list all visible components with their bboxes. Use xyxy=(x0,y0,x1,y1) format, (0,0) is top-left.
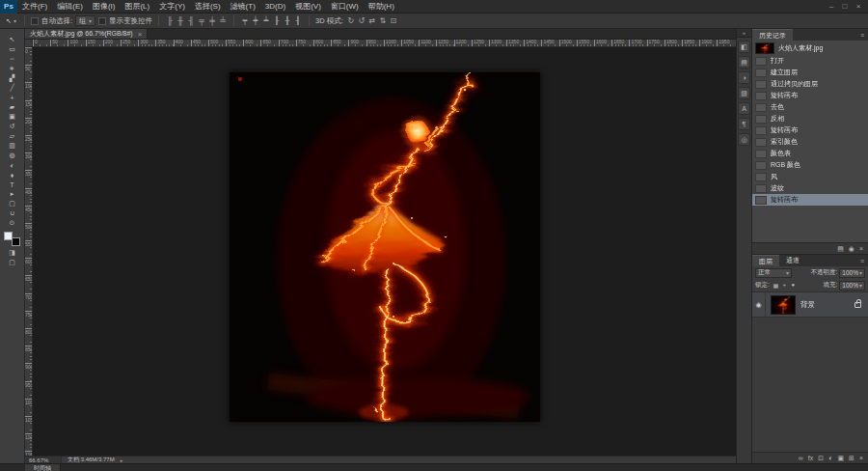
fill-field[interactable]: 100% ▾ xyxy=(839,281,865,291)
align-middle-icon[interactable]: ╪ xyxy=(207,15,217,27)
lasso-tool[interactable]: ∽ xyxy=(0,54,24,64)
align-top-icon[interactable]: ╤ xyxy=(197,15,206,27)
expand-panels-button[interactable]: « xyxy=(737,29,751,38)
menu-item[interactable]: 编辑(E) xyxy=(52,0,88,14)
new-group-icon[interactable]: ▣ xyxy=(837,453,844,464)
eyedropper-tool[interactable]: ╱ xyxy=(0,83,24,93)
history-item[interactable]: 去色 xyxy=(752,101,868,113)
menu-item[interactable]: 窗口(W) xyxy=(326,0,364,14)
history-snapshot-row[interactable]: 火焰人素材.jpg xyxy=(752,41,868,55)
pen-tool[interactable]: ♦ xyxy=(0,170,24,180)
history-item[interactable]: 颜色表 xyxy=(752,148,868,159)
distribute-middle-icon[interactable]: ┿ xyxy=(251,15,260,27)
new-doc-from-state-icon[interactable]: ▤ xyxy=(837,243,844,255)
3d-drag-icon[interactable]: ⇄ xyxy=(367,15,377,27)
show-transform-checkbox[interactable] xyxy=(98,17,106,25)
type-tool[interactable]: T xyxy=(0,180,24,189)
styles-panel-icon[interactable]: ▨ xyxy=(738,87,750,99)
history-item[interactable]: 旋转画布 xyxy=(752,90,868,101)
tool-preset-picker[interactable]: ↖ ▾ xyxy=(4,17,18,25)
layers-panel-tab[interactable]: 通道 xyxy=(779,255,806,266)
character-panel-icon[interactable]: A xyxy=(738,102,750,115)
opacity-field[interactable]: 100% ▾ xyxy=(839,268,865,278)
crop-tool[interactable]: ▞ xyxy=(0,73,24,83)
layer-visibility-toggle[interactable]: ◉ xyxy=(752,292,766,317)
history-item[interactable]: RGB 颜色 xyxy=(752,159,868,171)
blend-mode-dropdown[interactable]: 正常 ▾ xyxy=(755,268,792,278)
3d-roll-icon[interactable]: ↺ xyxy=(357,15,366,27)
adjustment-layer-icon[interactable]: ◐ xyxy=(828,453,832,464)
delete-layer-icon[interactable]: × xyxy=(859,453,863,464)
distribute-center-icon[interactable]: ╂ xyxy=(283,15,292,27)
3d-rotate-icon[interactable]: ↻ xyxy=(346,15,356,27)
gradient-tool[interactable]: ▥ xyxy=(0,141,24,151)
add-mask-icon[interactable]: ⊡ xyxy=(818,453,824,464)
quick-mask-button[interactable]: ◨ xyxy=(0,248,24,258)
menu-item[interactable]: 图像(I) xyxy=(88,0,121,14)
eraser-tool[interactable]: ▱ xyxy=(0,131,24,141)
history-item[interactable]: 风 xyxy=(752,171,868,182)
color-panel-icon[interactable]: ◧ xyxy=(738,41,750,53)
close-button[interactable]: × xyxy=(852,2,865,11)
align-left-icon[interactable]: ╟ xyxy=(165,15,175,27)
foreground-color-swatch[interactable] xyxy=(4,232,13,240)
history-item[interactable]: 通过拷贝的图层 xyxy=(752,78,868,90)
quick-selection-tool[interactable]: ∗ xyxy=(0,64,24,73)
history-item[interactable]: 索引颜色 xyxy=(752,136,868,148)
marquee-tool[interactable]: ▭ xyxy=(0,44,24,54)
history-item[interactable]: 建立图层 xyxy=(752,67,868,78)
minimize-button[interactable]: – xyxy=(825,2,838,11)
paragraph-panel-icon[interactable]: ¶ xyxy=(738,118,750,130)
brush-tool[interactable]: ▰ xyxy=(0,102,24,112)
path-selection-tool[interactable]: ▸ xyxy=(0,189,24,199)
blur-tool[interactable]: ◍ xyxy=(0,151,24,160)
document-tab[interactable]: 火焰人素材.jpg @ 66.7%(RGB/8#) × xyxy=(25,28,148,39)
history-item[interactable]: 反相 xyxy=(752,113,868,125)
history-item[interactable]: 旋转画布 xyxy=(752,125,868,136)
align-bottom-icon[interactable]: ╧ xyxy=(218,15,228,27)
background-color-swatch[interactable] xyxy=(12,237,20,246)
menu-item[interactable]: 滤镜(T) xyxy=(226,0,260,14)
screen-mode-button[interactable]: ▢ xyxy=(0,258,24,267)
swatches-panel-icon[interactable]: ▤ xyxy=(738,56,750,69)
align-right-icon[interactable]: ╢ xyxy=(186,15,196,27)
new-snapshot-icon[interactable]: ◉ xyxy=(849,243,854,255)
document-image[interactable] xyxy=(230,72,540,422)
panel-menu-icon[interactable]: ≡ xyxy=(860,258,868,264)
3d-slide-icon[interactable]: ⇅ xyxy=(378,15,388,27)
hand-tool[interactable]: ∪ xyxy=(0,208,24,218)
delete-state-icon[interactable]: × xyxy=(859,243,863,255)
history-item[interactable]: 旋转画布 xyxy=(752,194,868,206)
layer-style-icon[interactable]: fx xyxy=(808,453,813,464)
menu-item[interactable]: 帮助(H) xyxy=(364,0,399,14)
shape-tool[interactable]: ▢ xyxy=(0,199,24,208)
zoom-level-field[interactable]: 66.67% xyxy=(25,457,62,463)
lock-position-icon[interactable]: + xyxy=(780,282,789,289)
status-options-arrow-icon[interactable]: ▸ xyxy=(121,457,123,463)
link-layers-icon[interactable]: ∞ xyxy=(799,453,803,464)
new-layer-icon[interactable]: ⊞ xyxy=(849,453,854,464)
auto-select-checkbox[interactable] xyxy=(31,17,39,25)
distribute-bottom-icon[interactable]: ┷ xyxy=(261,15,271,27)
lock-transparency-icon[interactable]: ▦ xyxy=(772,282,780,289)
menu-item[interactable]: 文件(F) xyxy=(17,0,52,14)
layers-panel-tab[interactable]: 图层 xyxy=(752,255,779,266)
menu-item[interactable]: 文字(Y) xyxy=(154,0,190,14)
menu-item[interactable]: 3D(D) xyxy=(260,0,290,14)
close-icon[interactable]: × xyxy=(138,30,143,39)
layer-row[interactable]: ◉ 背景 xyxy=(752,292,868,318)
move-tool[interactable]: ↖ xyxy=(0,35,24,44)
history-brush-tool[interactable]: ↺ xyxy=(0,122,24,131)
canvas-area[interactable] xyxy=(33,47,736,456)
dodge-tool[interactable]: ◐ xyxy=(0,160,24,170)
menu-item[interactable]: 选择(S) xyxy=(190,0,226,14)
adjustments-panel-icon[interactable]: ◑ xyxy=(738,71,750,84)
distribute-left-icon[interactable]: ┠ xyxy=(272,15,282,27)
auto-select-dropdown[interactable]: 组 ▾ xyxy=(75,15,95,26)
history-item[interactable]: 打开 xyxy=(752,55,868,67)
clone-stamp-tool[interactable]: ▣ xyxy=(0,112,24,122)
info-panel-icon[interactable]: ◎ xyxy=(738,133,750,146)
menu-item[interactable]: 视图(V) xyxy=(290,0,326,14)
history-item[interactable]: 波纹 xyxy=(752,182,868,194)
healing-brush-tool[interactable]: + xyxy=(0,93,24,102)
